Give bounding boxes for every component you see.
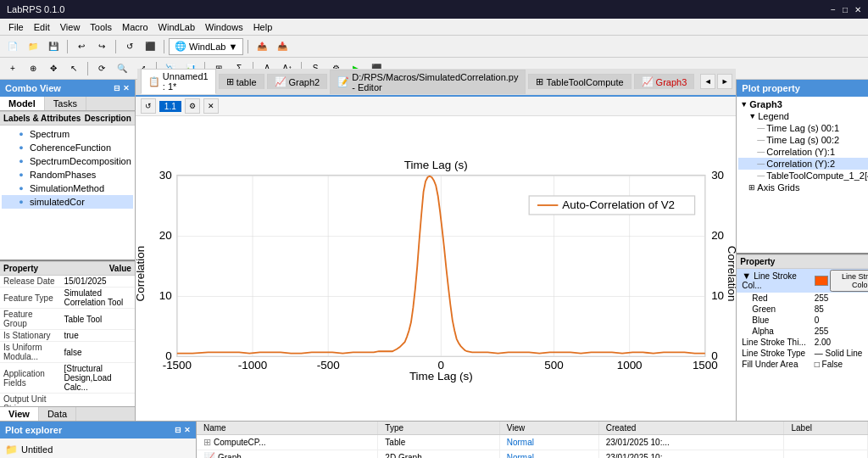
tree-item-spectrum[interactable]: ● Spectrum (2, 127, 133, 141)
row-created: 23/01/2025 10:... (598, 450, 784, 459)
prop-green: Green 85 (737, 304, 868, 315)
maximize-button[interactable]: □ (843, 5, 848, 14)
app-title: LabRPS 0.1.0 (7, 4, 65, 14)
coherence-icon: ● (15, 142, 27, 154)
simcor-icon: ● (15, 196, 27, 208)
line-stroke-color-btn[interactable]: Line Stroke Color (830, 270, 868, 292)
tab-table[interactable]: ⊞ table (219, 74, 264, 89)
move-btn[interactable]: ✥ (44, 60, 63, 77)
close-graph-btn[interactable]: ✕ (203, 98, 219, 114)
item-icon: — (757, 159, 765, 168)
undo-button[interactable]: ↩ (72, 38, 91, 55)
data-row-graph[interactable]: 📈Graph 2D Graph Normal 23/01/2025 10:... (197, 450, 868, 459)
add-btn[interactable]: + (3, 60, 22, 77)
tab-editor[interactable]: 📝 D:/RPS/Macros/SimulatedCorrelation.py … (330, 70, 526, 94)
redo-button[interactable]: ↪ (92, 38, 111, 55)
tab-tablecompute[interactable]: ⊞ TableToolCompute (528, 74, 631, 89)
import-button[interactable]: 📥 (273, 38, 292, 55)
menu-file[interactable]: File (3, 20, 29, 34)
model-tab[interactable]: Model (0, 97, 45, 110)
prop-tree-corr2[interactable]: — Correlation (Y):2 (738, 158, 868, 170)
view-tab[interactable]: View (0, 407, 39, 421)
col-created: Created (598, 422, 784, 435)
tasks-tab[interactable]: Tasks (45, 97, 86, 110)
menu-help[interactable]: Help (248, 20, 278, 34)
minimize-button[interactable]: − (831, 5, 836, 14)
fill-under-value: □ False (813, 359, 868, 370)
windlab-button[interactable]: 🌐 WindLab ▼ (169, 38, 243, 55)
chart-svg: Time Lag (s) Correlation Correlation (136, 116, 736, 421)
prop-tree-axis[interactable]: ⊞ Axis Grids (738, 182, 868, 193)
menu-view[interactable]: View (55, 20, 86, 34)
settings-btn[interactable]: ⚙ (185, 98, 200, 114)
prop-feature-group-label: Feature Group (0, 309, 60, 330)
tab-graph2[interactable]: 📈 Graph2 (267, 74, 328, 89)
export-button[interactable]: 📤 (253, 38, 271, 55)
tab-scroll-right[interactable]: ► (717, 74, 732, 89)
rotate-btn[interactable]: ⟳ (92, 60, 111, 77)
tab-graph3[interactable]: 📈 Graph3 (634, 74, 695, 89)
tree-item-random[interactable]: ● RandomPhases (2, 168, 133, 182)
fill-under-label: Fill Under Area (737, 359, 812, 370)
windlab-icon: 🌐 (175, 41, 186, 52)
prop-tree-legend[interactable]: ▼ Legend (738, 110, 868, 122)
prop-tree: ▼ Graph3 ▼ Legend — Time Lag (s) 00:1 — … (737, 97, 868, 253)
tab-table-icon: ⊞ (226, 76, 234, 87)
right-prop-col: Property (740, 257, 868, 266)
prop-release-date-value: 15/01/2025 (60, 276, 134, 288)
prop-fill-under: Fill Under Area □ False (737, 359, 868, 370)
tab-unnamed[interactable]: 📋 Unnamed1 : 1* (141, 69, 216, 94)
tab-graph3-icon: 📈 (642, 76, 654, 87)
prop-feature-type-value: Simulated Correlation Tool (60, 288, 134, 309)
row-view[interactable]: Normal (499, 435, 598, 450)
menu-windows[interactable]: Windows (200, 20, 248, 34)
tree-item-spectrum-decomp[interactable]: ● SpectrumDecomposition (2, 154, 133, 168)
panel-tabs: Model Tasks (0, 97, 135, 111)
corr1-label: Correlation (Y):1 (766, 147, 835, 157)
tree-item-simulation[interactable]: ● SimulationMethod (2, 182, 133, 195)
value-col: Value (109, 264, 131, 273)
row-label (784, 450, 868, 459)
prop-tree-tabletool[interactable]: — TableToolCompute_1_2[4097] (738, 170, 868, 182)
plot-explorer-ctrl[interactable]: ⊟ ✕ (175, 426, 191, 434)
ytick-30: 30 (159, 169, 172, 182)
zoom-btn[interactable]: 🔍 (113, 60, 131, 77)
prop-tree-corr1[interactable]: — Correlation (Y):1 (738, 146, 868, 158)
pointer-btn[interactable]: ↖ (64, 60, 83, 77)
save-button[interactable]: 💾 (44, 38, 63, 55)
refresh-button[interactable]: ↺ (120, 38, 139, 55)
plot-explorer: Plot explorer ⊟ ✕ 📁 Untitled (0, 422, 197, 458)
sep-4 (248, 40, 248, 53)
new-button[interactable]: 📄 (3, 38, 22, 55)
combo-view-title: Combo View (5, 83, 61, 93)
refresh-graph-btn[interactable]: ↺ (141, 98, 156, 114)
menu-tools[interactable]: Tools (85, 20, 117, 34)
ytick-r20: 20 (711, 229, 724, 242)
red-label: Red (737, 293, 812, 304)
tab-editor-label: D:/RPS/Macros/SimulatedCorrelation.py - … (352, 72, 518, 92)
tab-scroll-left[interactable]: ◄ (700, 74, 715, 89)
menu-edit[interactable]: Edit (29, 20, 55, 34)
prop-feature-type: Feature TypeSimulated Correlation Tool (0, 288, 135, 309)
explorer-untitled[interactable]: 📁 Untitled (3, 442, 192, 457)
row-view[interactable]: Normal (499, 450, 598, 459)
crosshair-btn[interactable]: ⊕ (24, 60, 42, 77)
panel-ctrl-btns[interactable]: ⊟ ✕ (114, 84, 130, 92)
prop-line-stroke-color[interactable]: ▼ Line Stroke Col... Line Stroke Color (737, 269, 868, 293)
open-button[interactable]: 📁 (24, 38, 42, 55)
data-row-computecp[interactable]: ⊞ComputeCP... Table Normal 23/01/2025 10… (197, 435, 868, 450)
close-button[interactable]: ✕ (854, 5, 861, 14)
tab-graph3-label: Graph3 (656, 77, 687, 87)
tree-item-coherence[interactable]: ● CoherenceFunction (2, 141, 133, 154)
menu-macro[interactable]: Macro (117, 20, 153, 34)
data-tab[interactable]: Data (39, 407, 76, 421)
tab-number[interactable]: 1.1 (159, 101, 181, 112)
prop-tree-graph3[interactable]: ▼ Graph3 (738, 98, 868, 110)
prop-tree-timelag1[interactable]: — Time Lag (s) 00:1 (738, 122, 868, 134)
tree-item-simcor[interactable]: ● simulatedCor (2, 195, 133, 209)
specdecomp-label: SpectrumDecomposition (30, 156, 131, 166)
prop-tree-timelag2[interactable]: — Time Lag (s) 00:2 (738, 134, 868, 146)
blue-value: 0 (813, 315, 868, 326)
stop-button[interactable]: ⬛ (141, 38, 159, 55)
menu-windlab[interactable]: WindLab (153, 20, 200, 34)
